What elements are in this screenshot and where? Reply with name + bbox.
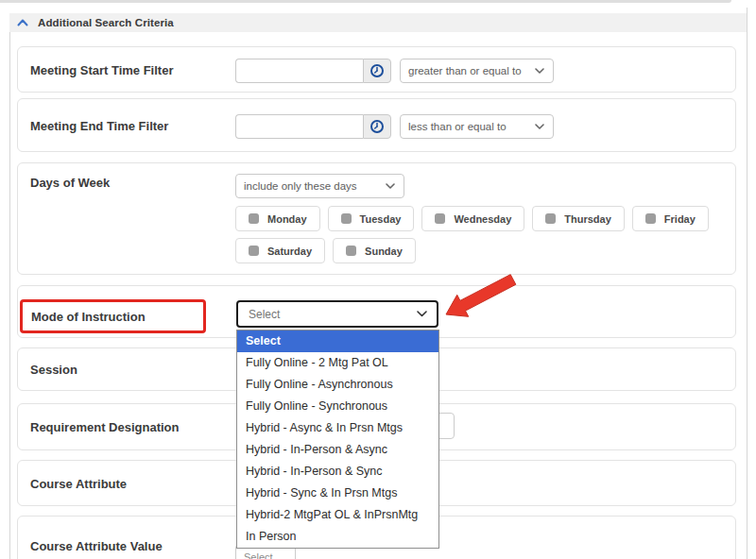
day-label: Monday [267,213,307,225]
mode-of-instruction-label: Mode of Instruction [23,310,146,324]
dropdown-option-select[interactable]: Select [237,330,438,352]
meeting-start-time-label: Meeting Start Time Filter [30,62,173,76]
course-attribute-label: Course Attribute [30,476,127,490]
day-label: Saturday [267,246,312,257]
chevron-up-icon[interactable] [17,19,28,26]
dropdown-option[interactable]: Hybrid - In-Person & Sync [237,461,438,483]
day-toggle-monday[interactable]: Monday [235,206,320,231]
meeting-end-operator-select[interactable]: less than or equal to [400,114,554,139]
panel-left-border [9,13,10,559]
checkbox-icon [435,213,445,224]
day-toggle-wednesday[interactable]: Wednesday [421,206,524,231]
meeting-end-time-row: Meeting End Time Filter less than or equ… [17,98,736,152]
days-filter-mode-select[interactable]: include only these days [235,174,404,198]
day-toggle-tuesday[interactable]: Tuesday [328,206,415,231]
red-arrow-icon [425,266,529,334]
previous-panel-edge [0,0,731,3]
day-label: Friday [664,213,696,225]
day-label: Wednesday [454,213,511,225]
dropdown-option[interactable]: Fully Online - Synchronous [237,396,438,417]
day-label: Sunday [365,246,403,257]
mode-of-instruction-dropdown: Select Fully Online - 2 Mtg Pat OL Fully… [236,330,439,549]
day-label: Thursday [564,213,611,225]
days-filter-mode-value: include only these days [244,180,357,192]
mode-of-instruction-value: Select [249,308,280,321]
dropdown-option[interactable]: Fully Online - Asynchronous [237,374,438,396]
panel-right-border [747,8,747,559]
mode-of-instruction-select[interactable]: Select [236,300,438,328]
checkbox-icon [645,213,656,224]
dropdown-option[interactable]: Fully Online - 2 Mtg Pat OL [237,352,438,374]
day-label: Tuesday [360,213,402,225]
chevron-down-icon [535,68,544,74]
operator-value: less than or equal to [408,121,507,132]
meeting-end-time-input[interactable] [235,114,363,139]
course-attribute-value-label: Course Attribute Value [30,539,163,553]
meeting-start-time-row: Meeting Start Time Filter greater than o… [17,46,736,93]
section-header[interactable]: Additional Search Criteria [9,13,747,32]
checkbox-icon [545,213,556,224]
days-of-week-row: Days of Week include only these days Mon… [17,162,736,275]
day-toggle-thursday[interactable]: Thursday [532,206,625,231]
checkbox-icon [249,213,259,224]
checkbox-icon [249,246,259,256]
checkbox-icon [341,213,352,224]
additional-search-criteria-panel: Additional Search Criteria Meeting Start… [0,0,756,559]
day-toggle-saturday[interactable]: Saturday [235,238,325,263]
meeting-start-time-input[interactable] [235,59,363,83]
dropdown-option[interactable]: Hybrid - In-Person & Async [237,439,438,461]
operator-value: greater than or equal to [408,65,522,76]
annotation-highlight-box: Mode of Instruction [20,299,206,333]
dropdown-option[interactable]: Hybrid-2 MtgPat OL & InPrsnMtg [237,504,438,526]
section-title: Additional Search Criteria [38,17,174,28]
clock-icon[interactable] [363,59,391,83]
clock-icon[interactable] [363,114,391,139]
session-label: Session [30,363,77,377]
dropdown-option[interactable]: Hybrid - Async & In Prsn Mtgs [237,417,438,439]
dropdown-option[interactable]: Hybrid - Sync & In Prsn Mtgs [237,483,438,504]
meeting-end-time-label: Meeting End Time Filter [30,118,168,132]
checkbox-icon [346,246,356,256]
days-of-week-label: Days of Week [30,176,110,190]
requirement-designation-label: Requirement Designation [30,420,179,434]
day-toggle-friday[interactable]: Friday [632,206,709,231]
chevron-down-icon [386,183,395,189]
chevron-down-icon [535,124,544,129]
meeting-start-operator-select[interactable]: greater than or equal to [400,59,554,83]
dropdown-option[interactable]: In Person [237,526,438,548]
day-toggle-sunday[interactable]: Sunday [333,238,416,263]
